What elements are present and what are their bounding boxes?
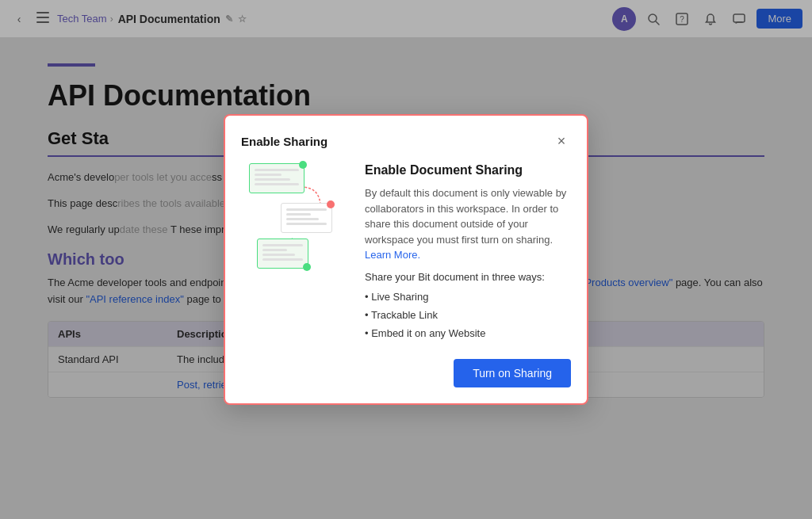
doc-line [262,249,287,251]
doc-line [286,208,327,211]
doc-line [255,169,299,171]
modal-share-label: Share your Bit document in three ways: [365,271,571,283]
enable-sharing-modal: Enable Sharing × [224,114,588,405]
card3-badge [303,263,311,271]
doc-card-1 [249,163,304,193]
card1-badge [299,161,307,169]
modal-close-button[interactable]: × [552,132,571,151]
doc-line [286,213,311,216]
main: API Documentation Get Started Acme's dev… [0,38,812,519]
modal-ways: • Live Sharing • Trackable Link • Embed … [365,288,571,343]
doc-line [286,223,327,225]
modal-content-right: Enable Document Sharing By default this … [365,163,571,343]
way-live-sharing: • Live Sharing [365,288,571,306]
turn-on-sharing-button[interactable]: Turn on Sharing [454,359,571,387]
doc-line [286,218,319,220]
learn-more-link[interactable]: Learn More. [365,249,420,261]
modal-footer: Turn on Sharing [241,359,571,387]
modal-heading: Enable Document Sharing [365,163,571,177]
doc-card-2 [281,203,332,233]
way-embed-website: • Embed it on any Website [365,324,571,342]
doc-line [255,174,282,176]
modal-description: By default this document is only viewabl… [365,185,571,263]
modal-title: Enable Sharing [241,135,327,148]
modal-header: Enable Sharing × [241,132,571,151]
doc-line [262,244,303,246]
doc-line [262,254,295,256]
doc-line [255,183,299,185]
way-trackable-link: • Trackable Link [365,306,571,324]
modal-overlay: Enable Sharing × [0,0,812,519]
doc-card-3 [257,239,308,269]
modal-body: Enable Document Sharing By default this … [241,163,571,343]
doc-line [255,178,290,181]
modal-illustration [241,163,352,290]
card2-badge [327,200,335,208]
doc-line [262,258,303,261]
